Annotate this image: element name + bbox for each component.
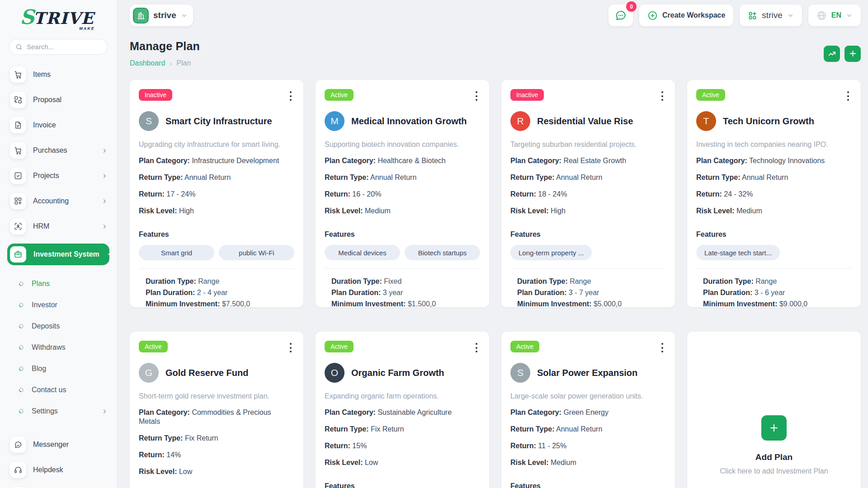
search-input[interactable] — [27, 43, 101, 51]
feature-pill: Smart grid — [139, 245, 214, 260]
avatar: S — [139, 111, 159, 131]
workspace-chip[interactable]: strive — [130, 5, 193, 26]
return-type-line: Return Type: Annual Return — [696, 173, 852, 182]
plan-footer: Duration Type: Fixed Plan Duration: 3 ye… — [325, 268, 480, 307]
language-label: EN — [831, 11, 841, 19]
return-line: Return: 11 - 25% — [510, 441, 666, 450]
duration-type-line: Duration Type: Fixed — [331, 276, 480, 287]
language-selector[interactable]: EN — [808, 5, 861, 26]
plans-grid: Inactive S Smart City Infrastructure Upg… — [130, 80, 861, 488]
kebab-menu-icon[interactable] — [287, 89, 294, 103]
status-badge: Inactive — [510, 89, 544, 101]
messages-button[interactable]: 0 — [609, 5, 633, 26]
sidebar-item-messenger[interactable]: Messenger — [10, 436, 108, 453]
plan-card: Active O Organic Farm Growth Expanding o… — [316, 332, 489, 488]
invoice-icon — [10, 117, 26, 133]
create-workspace-button[interactable]: Create Workspace — [639, 5, 733, 26]
avatar: M — [325, 111, 344, 131]
sidebar-item-invoice[interactable]: Invoice — [10, 117, 108, 133]
sidebar-item-purchases[interactable]: Purchases — [10, 142, 108, 159]
plan-duration-line: Plan Duration: 3 year — [331, 287, 480, 298]
plan-title: Organic Farm Growth — [351, 368, 444, 378]
sidebar-item-accounting[interactable]: Accounting — [10, 193, 108, 209]
cart-icon — [10, 142, 26, 159]
breadcrumb-dashboard-link[interactable]: Dashboard — [130, 59, 165, 67]
brand-logo-s: S — [20, 5, 33, 28]
sidebar-nav: Items Proposal Invoice Purchases Project… — [0, 66, 117, 265]
bullet-icon — [18, 323, 24, 329]
features-heading: Features — [696, 230, 852, 239]
plan-category-line: Plan Category: Infrastructure Developmen… — [139, 156, 294, 165]
plus-circle-icon — [647, 10, 658, 21]
sidebar-subitem-label: Blog — [32, 365, 93, 373]
feature-pill: public Wi-Fi — [219, 245, 294, 260]
kebab-menu-icon[interactable] — [473, 89, 480, 103]
globe-icon — [816, 10, 827, 21]
sidebar-search — [9, 39, 108, 55]
checkbox-icon — [10, 168, 26, 184]
sidebar-item-helpdesk[interactable]: Helpdesk — [10, 462, 108, 478]
kebab-menu-icon[interactable] — [844, 89, 852, 103]
plan-footer: Duration Type: Range Plan Duration: 3 - … — [696, 268, 852, 307]
bullet-icon — [18, 408, 24, 414]
sidebar-subitem-label: Contact us — [32, 386, 93, 394]
plan-category-line: Plan Category: Real Estate Growth — [510, 156, 666, 165]
sidebar-item-investment-system[interactable]: Investment System — [7, 244, 109, 265]
workspace-selector[interactable]: strive — [740, 5, 802, 26]
return-type-line: Return Type: Annual Return — [510, 425, 666, 434]
sidebar-item-label: Investment System — [33, 250, 99, 258]
add-plan-button[interactable] — [844, 46, 861, 62]
duration-type-line: Duration Type: Range — [517, 276, 666, 287]
sidebar-subitem-deposits[interactable]: Deposits — [19, 319, 108, 333]
minimum-investment-line: Minimum Investment: $7.500,0 — [146, 298, 294, 307]
app-root: STRIVE MAKE Items Proposal Invoice Purch… — [0, 0, 868, 488]
sidebar-item-hrm[interactable]: HRM — [10, 218, 108, 235]
add-plan-card[interactable]: Add Plan Click here to add Investment Pl… — [687, 332, 861, 488]
status-badge: Active — [325, 89, 354, 101]
sidebar-subitem-plans[interactable]: Plans — [19, 277, 108, 291]
chat-bubble-icon — [615, 9, 627, 21]
plan-footer: Duration Type: Range Plan Duration: 3 - … — [510, 268, 666, 307]
duration-type-line: Duration Type: Range — [703, 276, 852, 287]
breadcrumb: Dashboard › Plan — [130, 59, 200, 67]
status-badge: Active — [325, 341, 354, 352]
minimum-investment-line: Minimum Investment: $5.000,0 — [517, 298, 666, 307]
sidebar-subitem-settings[interactable]: Settings — [19, 404, 108, 418]
status-badge: Active — [696, 89, 725, 101]
sidebar-item-projects[interactable]: Projects — [10, 168, 108, 184]
sidebar-item-proposal[interactable]: Proposal — [10, 92, 108, 108]
chevron-down-icon — [181, 12, 188, 19]
sidebar-item-items[interactable]: Items — [10, 66, 108, 83]
sidebar-item-label: Items — [33, 70, 94, 79]
breadcrumb-current: Plan — [176, 59, 191, 67]
kebab-menu-icon[interactable] — [287, 341, 294, 355]
return-line: Return: 14% — [139, 450, 294, 460]
chevron-right-icon: › — [170, 60, 172, 67]
page-header: Manage Plan Dashboard › Plan — [130, 40, 861, 67]
add-plan-plus-button[interactable] — [761, 415, 787, 441]
plan-title: Residential Value Rise — [537, 116, 633, 127]
sidebar-subitem-label: Investor — [32, 301, 93, 309]
sidebar: STRIVE MAKE Items Proposal Invoice Purch… — [0, 0, 117, 488]
sidebar-subitem-investor[interactable]: Investor — [19, 298, 108, 312]
return-type-line: Return Type: Annual Return — [139, 173, 294, 182]
sidebar-subitem-withdraws[interactable]: Withdraws — [19, 341, 108, 354]
kebab-menu-icon[interactable] — [659, 89, 666, 103]
plan-title: Tech Unicorn Growth — [723, 116, 814, 127]
sidebar-subitem-contact-us[interactable]: Contact us — [19, 383, 108, 397]
status-badge: Active — [510, 341, 539, 352]
status-badge: Inactive — [139, 89, 172, 101]
risk-level-line: Risk Level: Low — [139, 467, 294, 476]
plan-duration-line: Plan Duration: 3 - 6 year — [703, 287, 852, 298]
reports-button[interactable] — [824, 46, 840, 62]
kebab-menu-icon[interactable] — [659, 341, 666, 355]
plan-duration-line: Plan Duration: 2 - 4 year — [146, 287, 294, 298]
plan-card: Active G Gold Reserve Fund Short-term go… — [130, 332, 303, 488]
sidebar-subitem-blog[interactable]: Blog — [19, 362, 108, 375]
plan-card: Inactive R Residential Value Rise Target… — [501, 80, 675, 307]
plan-duration-line: Plan Duration: 3 - 7 year — [517, 287, 666, 298]
kebab-menu-icon[interactable] — [473, 341, 480, 355]
return-type-line: Return Type: Annual Return — [510, 173, 666, 182]
sidebar-subitem-label: Withdraws — [32, 343, 93, 352]
features-heading: Features — [510, 230, 666, 239]
